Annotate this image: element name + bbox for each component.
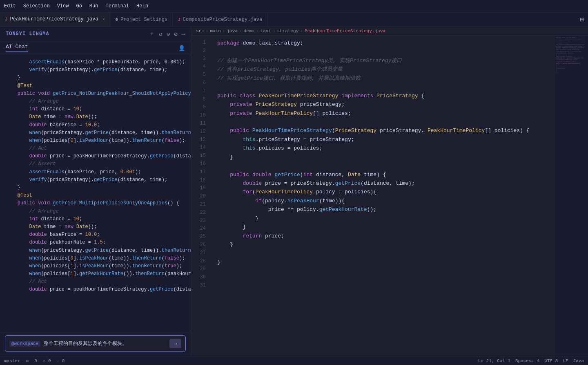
tongyi-brand: TONGYI LINGMA [6,31,49,37]
status-branch: master [4,358,20,363]
breadcrumb-strategy: strategy [277,29,298,34]
status-language: Java [573,358,584,363]
status-encoding: UTF-8 [544,358,558,363]
editor-line-12: this.priceStrategy = priceStrategy; [211,135,555,144]
editor-line-19: if(policy.isPeakHour(time)){ [211,197,555,205]
menu-run[interactable]: Run [89,3,98,9]
minimap: package demo.taxi.strategy; // 创建一个PeakH… [555,36,588,356]
chat-send-button[interactable]: → [169,339,181,348]
editor-line-8: private PriceStrategy priceStrategy; [211,100,555,109]
status-bar: master ⊙ 0 ⚠ 0 ↓ 0 Ln 21, Col 1 Spaces: … [0,356,588,365]
breadcrumb-file: PeakHourTimePriceStrategy.java [305,29,385,34]
editor-line-16: public double getPrice(int distance, Dat… [211,170,555,179]
settings-gear-icon[interactable]: ⚙ [174,31,177,38]
editor-line-1: package demo.taxi.strategy; [211,39,555,47]
editor-line-21: } [211,214,555,223]
breadcrumb-src: src [196,29,204,34]
editor-line-14: } [211,153,555,161]
settings-icon: ⚙ [115,17,118,22]
status-sync: ⊙ [26,358,29,363]
more-icon[interactable]: ⋯ [182,31,185,38]
ai-chat-tab-label[interactable]: AI Chat [6,44,28,52]
tab-right-actions: ⊞ [580,12,588,27]
editor-line-17: double price = priceStrategy.getPrice(di… [211,179,555,188]
editor-line-30 [211,293,555,302]
menu-go[interactable]: Go [76,3,82,9]
editor-line-4: // 含有priceStrategy, policies两个成员变量 [211,65,555,74]
editor-line-23: return price; [211,232,555,240]
user-avatar-icon: 👤 [178,45,185,52]
breadcrumb: src › main › java › demo › taxi › strate… [191,27,588,36]
line-numbers: 12345 678910 1112131415 1617181920 21222… [191,36,211,356]
editor-line-27 [211,266,555,275]
header-icons: ＋ ↺ ⊙ ⚙ ⋯ [149,30,185,38]
main-area: TONGYI LINGMA ＋ ↺ ⊙ ⚙ ⋯ AI Chat 👤 assert… [0,27,588,356]
editor-line-3: // 创建一个PeakHourTimePriceStrategy类, 实现Pri… [211,56,555,65]
chat-input-text[interactable]: 整个工程的目的及其涉及的各个模块。 [44,340,166,347]
tab-peak-hour-label: PeakHourTimePriceStrategy.java [10,16,98,22]
editor-area: 12345 678910 1112131415 1617181920 21222… [191,36,588,356]
chat-input-area: @workspace 整个工程的目的及其涉及的各个模块。 → [0,331,191,356]
workspace-tag[interactable]: @workspace [9,341,40,347]
breadcrumb-demo: demo [243,29,254,34]
editor-line-25 [211,249,555,258]
status-eol: LF [563,358,568,363]
status-cursor: Ln 21, Col 1 [478,358,510,363]
editor-line-28 [211,275,555,284]
editor-line-11: public PeakHourTimePriceStrategy(PriceSt… [211,126,555,135]
status-right: Ln 21, Col 1 Spaces: 4 UTF-8 LF Java [478,358,584,363]
profile-icon[interactable]: ⊙ [167,31,170,38]
status-warnings: ⚠ 0 [43,358,51,363]
editor-line-20: price *= policy.getPeakHourRate(); [211,205,555,214]
code-editor[interactable]: package demo.taxi.strategy; // 创建一个PeakH… [211,36,555,356]
editor-line-15 [211,161,555,170]
java-icon: J [5,17,8,22]
editor-line-9: private PeakHourTimePolicy[] policies; [211,109,555,118]
tab-composite-label: CompositePriceStrategy.java [183,17,262,22]
editor-line-13: this.policies = policies; [211,144,555,152]
status-notifications: ↓ 0 [57,358,65,363]
editor-line-22: } [211,223,555,231]
java-icon-2: J [178,17,180,22]
history-icon[interactable]: ↺ [159,31,162,38]
menu-edit[interactable]: Edit [4,3,16,9]
menu-bar: Edit Selection View Go Run Terminal Help [0,0,588,12]
tab-peak-hour[interactable]: J PeakHourTimePriceStrategy.java ✕ [0,12,110,27]
left-panel: TONGYI LINGMA ＋ ↺ ⊙ ⚙ ⋯ AI Chat 👤 assert… [0,27,191,356]
editor-line-5: // 实现getPrice接口, 获取计费规则, 并乘以高峰期倍数 [211,74,555,83]
breadcrumb-taxi: taxi [260,29,271,34]
breadcrumb-main: main [210,29,220,34]
menu-terminal[interactable]: Terminal [105,3,129,9]
tab-composite[interactable]: J CompositePriceStrategy.java [173,12,267,27]
editor-line-2 [211,47,555,56]
status-spaces: Spaces: 4 [515,358,539,363]
menu-view[interactable]: View [57,3,69,9]
editor-line-6 [211,83,555,91]
left-code-area[interactable]: assertEquals(basePrice * peakHourRate, p… [0,55,191,331]
tab-peak-hour-close[interactable]: ✕ [102,16,105,22]
add-icon[interactable]: ＋ [149,30,155,38]
right-panel: src › main › java › demo › taxi › strate… [191,27,588,356]
editor-line-24: } [211,240,555,249]
ai-chat-tab: AI Chat 👤 [0,41,191,55]
chat-input-box[interactable]: @workspace 整个工程的目的及其涉及的各个模块。 → [5,335,186,352]
tab-project-settings[interactable]: ⚙ Project Settings [110,12,173,27]
editor-line-10 [211,118,555,126]
menu-selection[interactable]: Selection [23,3,50,9]
left-panel-header: TONGYI LINGMA ＋ ↺ ⊙ ⚙ ⋯ [0,27,191,41]
minimap-content: package demo.taxi.strategy; // 创建一个PeakH… [555,36,588,356]
editor-line-7: public class PeakHourTimePriceStrategy i… [211,92,555,100]
editor-line-29 [211,284,555,293]
tab-bar: J PeakHourTimePriceStrategy.java ✕ ⚙ Pro… [0,12,588,27]
editor-line-26: } [211,258,555,266]
editor-line-18: for(PeakHourTimePolicy policy : policies… [211,188,555,196]
breadcrumb-java: java [227,29,237,34]
tab-project-settings-label: Project Settings [120,17,167,22]
status-errors: 0 [34,358,37,363]
editor-layout-icon[interactable]: ⊞ [580,16,584,24]
editor-line-31 [211,302,555,310]
menu-help[interactable]: Help [136,3,148,9]
